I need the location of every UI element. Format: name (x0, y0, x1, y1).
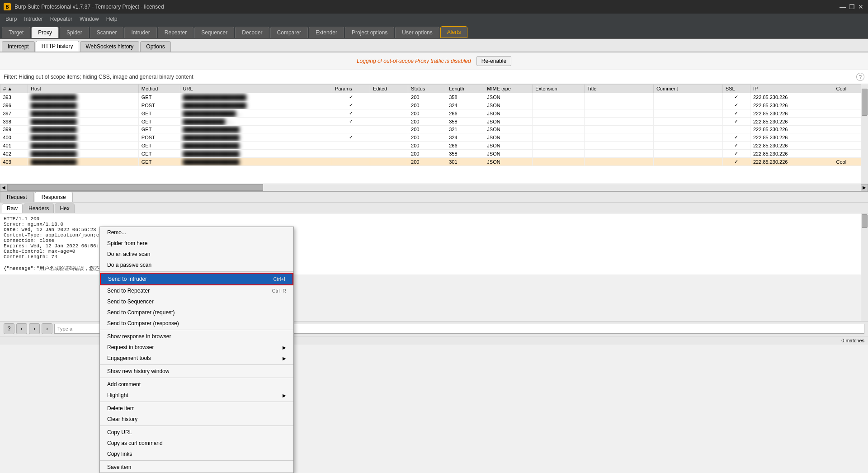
col-header-params[interactable]: Params (332, 85, 370, 93)
context-menu-item[interactable]: Clear history (100, 414, 293, 425)
help-button[interactable]: ? (4, 323, 14, 334)
tab-response[interactable]: Response (35, 192, 73, 202)
col-header-num[interactable]: # ▲ (0, 85, 28, 93)
col-header-ip[interactable]: IP (750, 85, 833, 93)
scroll-thumb[interactable] (7, 184, 263, 191)
forward-button[interactable]: › (42, 323, 52, 334)
menu-window[interactable]: Window (76, 14, 103, 24)
maximize-button[interactable]: ❐ (848, 3, 855, 10)
table-cell: 396 (0, 101, 28, 109)
context-menu-item[interactable]: Save item (100, 462, 293, 473)
tab-target[interactable]: Target (2, 27, 30, 38)
vertical-scrollbar[interactable] (861, 84, 868, 184)
menu-repeater[interactable]: Repeater (47, 14, 76, 24)
table-row[interactable]: 400█████████████POST████████████████✓200… (0, 133, 868, 142)
col-header-comment[interactable]: Comment (653, 85, 722, 93)
tab-http-history[interactable]: HTTP history (36, 41, 79, 52)
tab-intruder[interactable]: Intruder (124, 27, 156, 38)
scroll-track[interactable] (7, 184, 861, 191)
table-cell (533, 93, 585, 101)
table-cell (585, 101, 654, 109)
tab-project-options[interactable]: Project options (345, 27, 394, 38)
col-header-length[interactable]: Length (446, 85, 484, 93)
context-menu-item[interactable]: Copy links (100, 449, 293, 459)
tab-comparer[interactable]: Comparer (270, 27, 308, 38)
context-menu-item[interactable]: Send to IntruderCtrl+I (100, 273, 293, 285)
table-cell (653, 158, 722, 166)
context-menu-item[interactable]: Spider from here (100, 238, 293, 249)
tab-proxy[interactable]: Proxy (31, 27, 59, 38)
context-menu-item[interactable]: Send to Comparer (response) (100, 318, 293, 329)
menu-burp[interactable]: Burp (2, 14, 20, 24)
re-enable-button[interactable]: Re-enable (476, 56, 511, 66)
table-row[interactable]: 393█████████████GET██████████████████✓20… (0, 93, 868, 101)
tab-extender[interactable]: Extender (309, 27, 344, 38)
tab-intercept[interactable]: Intercept (2, 41, 35, 52)
table-row[interactable]: 402█████████████GET████████████████20035… (0, 150, 868, 158)
context-menu-item[interactable]: Add comment (100, 379, 293, 390)
response-vertical-scrollbar[interactable] (861, 213, 868, 321)
tab-websockets-history[interactable]: WebSockets history (80, 41, 140, 52)
tab-repeater[interactable]: Repeater (158, 27, 193, 38)
table-section: # ▲ Host Method URL Params Edited Status… (0, 84, 868, 191)
filter-help-button[interactable]: ? (856, 73, 864, 81)
tab-decoder[interactable]: Decoder (235, 27, 269, 38)
table-row[interactable]: 397█████████████GET███████████████ ...✓2… (0, 109, 868, 118)
tab-sequencer[interactable]: Sequencer (194, 27, 234, 38)
menu-intruder[interactable]: Intruder (20, 14, 46, 24)
col-header-status[interactable]: Status (408, 85, 446, 93)
table-cell: ✓ (332, 118, 370, 126)
scroll-left-button[interactable]: ◀ (0, 184, 7, 191)
col-header-title[interactable]: Title (585, 85, 654, 93)
tab-spider[interactable]: Spider (60, 27, 89, 38)
context-menu-item[interactable]: Copy URL (100, 427, 293, 438)
table-row[interactable]: 403█████████████GET████████████████20030… (0, 158, 868, 166)
context-menu-item[interactable]: Send to Comparer (request) (100, 307, 293, 318)
table-row[interactable]: 399█████████████GET████████████████20032… (0, 126, 868, 133)
response-scrollbar-thumb[interactable] (862, 214, 868, 228)
context-menu-item[interactable]: Copy as curl command (100, 438, 293, 449)
table-cell (332, 126, 370, 133)
context-menu-item-label: Copy URL (107, 429, 132, 435)
col-header-host[interactable]: Host (28, 85, 139, 93)
tab-user-options[interactable]: User options (395, 27, 439, 38)
tab-hex[interactable]: Hex (55, 203, 74, 213)
context-menu-item[interactable]: Show response in browser (100, 331, 293, 342)
context-menu-item[interactable]: Remo... (100, 227, 293, 238)
tab-options[interactable]: Options (140, 41, 170, 52)
context-menu-item[interactable]: Send to RepeaterCtrl+R (100, 285, 293, 296)
col-header-url[interactable]: URL (180, 85, 332, 93)
context-menu-item[interactable]: Delete item (100, 403, 293, 414)
scroll-right-button[interactable]: ▶ (861, 184, 868, 191)
col-header-ssl[interactable]: SSL (722, 85, 750, 93)
col-header-edited[interactable]: Edited (370, 85, 408, 93)
table-cell: ✓ (332, 109, 370, 118)
tab-scanner[interactable]: Scanner (90, 27, 124, 38)
tab-alerts[interactable]: Alerts (440, 26, 468, 38)
close-button[interactable]: ✕ (857, 3, 864, 10)
table-row[interactable]: 401█████████████GET████████████████20026… (0, 142, 868, 150)
context-menu-item[interactable]: Request in browser▶ (100, 342, 293, 353)
tab-raw[interactable]: Raw (2, 203, 23, 213)
context-menu-item[interactable]: Show new history window (100, 366, 293, 377)
context-menu-item[interactable]: Do an active scan (100, 249, 293, 260)
context-menu-item[interactable]: Do a passive scan (100, 260, 293, 270)
vertical-scrollbar-thumb[interactable] (862, 89, 868, 116)
context-menu-item[interactable]: Send to Sequencer (100, 296, 293, 307)
table-row[interactable]: 396█████████████POST██████████████████✓2… (0, 101, 868, 109)
context-menu-item[interactable]: Highlight▶ (100, 390, 293, 401)
tab-request[interactable]: Request (0, 192, 34, 202)
col-header-method[interactable]: Method (138, 85, 180, 93)
next-button[interactable]: › (29, 323, 40, 334)
tab-headers[interactable]: Headers (24, 203, 54, 213)
horizontal-scrollbar[interactable]: ◀ ▶ (0, 184, 868, 191)
context-menu-item-label: Show new history window (107, 368, 169, 374)
menu-help[interactable]: Help (103, 14, 121, 24)
minimize-button[interactable]: — (839, 3, 846, 10)
table-row[interactable]: 398█████████████GET████████████ ~...✓200… (0, 118, 868, 126)
col-header-ext[interactable]: Extension (533, 85, 585, 93)
prev-button[interactable]: ‹ (16, 323, 27, 334)
col-header-mime[interactable]: MIME type (484, 85, 533, 93)
context-menu-item[interactable]: Engagement tools▶ (100, 353, 293, 364)
context-menu-separator (100, 364, 293, 365)
